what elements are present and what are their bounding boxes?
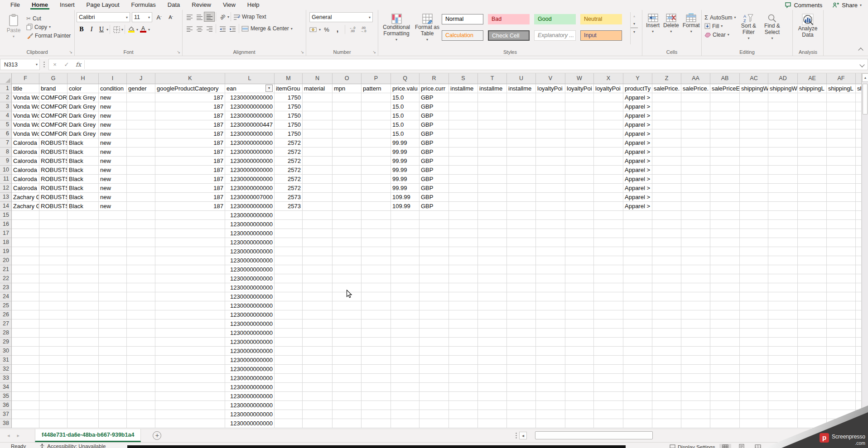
- cell[interactable]: [39, 410, 68, 419]
- cell[interactable]: [303, 193, 333, 202]
- cell[interactable]: [303, 365, 333, 374]
- cell[interactable]: COMFORT: [39, 111, 68, 120]
- cell[interactable]: [333, 211, 362, 220]
- underline-button[interactable]: U: [96, 25, 106, 34]
- cell[interactable]: [39, 356, 68, 365]
- cell[interactable]: [391, 301, 420, 310]
- cell[interactable]: [565, 111, 594, 120]
- delete-cells-button[interactable]: Delete ▾: [661, 12, 681, 36]
- clear-button[interactable]: Clear ▾: [704, 30, 737, 39]
- accessibility-status[interactable]: Accessibility: Unavailable: [39, 443, 106, 448]
- cell[interactable]: [420, 292, 449, 301]
- cell[interactable]: [155, 274, 225, 283]
- cell[interactable]: 1230000000000: [225, 102, 275, 111]
- cell[interactable]: [12, 229, 39, 238]
- cell[interactable]: [507, 310, 536, 319]
- cell[interactable]: [12, 383, 39, 392]
- autosum-button[interactable]: Σ AutoSum ▾: [704, 13, 737, 22]
- cell[interactable]: [478, 102, 507, 111]
- cell[interactable]: [275, 319, 303, 329]
- cell[interactable]: [768, 157, 798, 166]
- cell[interactable]: loyaltyPoi: [594, 84, 623, 93]
- row-header-28[interactable]: 28: [0, 329, 12, 338]
- cell[interactable]: [710, 256, 740, 265]
- column-header-AF[interactable]: AF: [827, 73, 856, 84]
- cell[interactable]: [623, 292, 652, 301]
- cell[interactable]: 1230000000000: [225, 265, 275, 274]
- cell[interactable]: [391, 392, 420, 401]
- cell[interactable]: [362, 374, 391, 383]
- cell[interactable]: [478, 301, 507, 310]
- accounting-format-icon[interactable]: [308, 25, 318, 34]
- cell[interactable]: [68, 329, 99, 338]
- style-chip-bad[interactable]: Bad: [488, 14, 530, 24]
- cell[interactable]: [127, 129, 155, 138]
- cell[interactable]: [127, 166, 155, 175]
- tab-home[interactable]: Home: [26, 1, 54, 10]
- cell[interactable]: [362, 347, 391, 356]
- cell[interactable]: [740, 401, 768, 410]
- cell[interactable]: [710, 102, 740, 111]
- cell[interactable]: [594, 93, 623, 102]
- cell[interactable]: [99, 401, 127, 410]
- cell[interactable]: [68, 292, 99, 301]
- cell[interactable]: googleProductCategory: [155, 84, 225, 93]
- column-header-U[interactable]: U: [507, 73, 536, 84]
- row-header-11[interactable]: 11: [0, 175, 12, 184]
- cell[interactable]: new: [99, 111, 127, 120]
- cell[interactable]: [449, 392, 478, 401]
- cell[interactable]: [856, 265, 862, 274]
- cell[interactable]: 1230000000000: [225, 383, 275, 392]
- display-settings-button[interactable]: Display Settings: [670, 444, 715, 448]
- cell[interactable]: 2573: [275, 193, 303, 202]
- cell[interactable]: [420, 419, 449, 428]
- cell[interactable]: 187: [155, 138, 225, 148]
- cell[interactable]: 1230000000000: [225, 301, 275, 310]
- cell[interactable]: [652, 229, 681, 238]
- cell[interactable]: [420, 283, 449, 292]
- cell[interactable]: [333, 138, 362, 148]
- cell[interactable]: [594, 120, 623, 129]
- cell[interactable]: [827, 102, 856, 111]
- cell[interactable]: [856, 356, 862, 365]
- cell[interactable]: [39, 365, 68, 374]
- font-color-icon[interactable]: A: [138, 25, 148, 34]
- select-all-corner[interactable]: [0, 73, 12, 84]
- cell[interactable]: [449, 356, 478, 365]
- cell[interactable]: [449, 319, 478, 329]
- cell[interactable]: [39, 347, 68, 356]
- row-header-17[interactable]: 17: [0, 229, 12, 238]
- cell[interactable]: [710, 383, 740, 392]
- cell[interactable]: Dark Grey: [68, 129, 99, 138]
- middle-align-icon[interactable]: [194, 12, 204, 21]
- format-painter-button[interactable]: Format Painter: [25, 31, 72, 40]
- cell[interactable]: [275, 338, 303, 347]
- cell[interactable]: [623, 329, 652, 338]
- cell[interactable]: 1230000000447: [225, 120, 275, 129]
- cell[interactable]: [449, 157, 478, 166]
- cell[interactable]: [449, 283, 478, 292]
- cell[interactable]: [652, 111, 681, 120]
- cell[interactable]: [710, 111, 740, 120]
- cell[interactable]: Dark Grey: [68, 93, 99, 102]
- cell[interactable]: [594, 138, 623, 148]
- cell[interactable]: COMFORT: [39, 120, 68, 129]
- cell[interactable]: [155, 265, 225, 274]
- cell[interactable]: [420, 238, 449, 247]
- cell[interactable]: [594, 193, 623, 202]
- cell[interactable]: [303, 211, 333, 220]
- cell[interactable]: [536, 211, 565, 220]
- cell[interactable]: [827, 129, 856, 138]
- name-box-dropdown[interactable]: ▾: [36, 62, 39, 67]
- number-format-select[interactable]: General▾: [309, 12, 373, 22]
- cell[interactable]: [420, 329, 449, 338]
- row-header-18[interactable]: 18: [0, 238, 12, 247]
- cell[interactable]: [127, 401, 155, 410]
- cell[interactable]: [420, 229, 449, 238]
- cell[interactable]: [565, 383, 594, 392]
- cell[interactable]: 99.99: [391, 157, 420, 166]
- row-header-1[interactable]: 1: [0, 84, 12, 93]
- cell[interactable]: [478, 193, 507, 202]
- cell[interactable]: [39, 274, 68, 283]
- cell[interactable]: [681, 238, 710, 247]
